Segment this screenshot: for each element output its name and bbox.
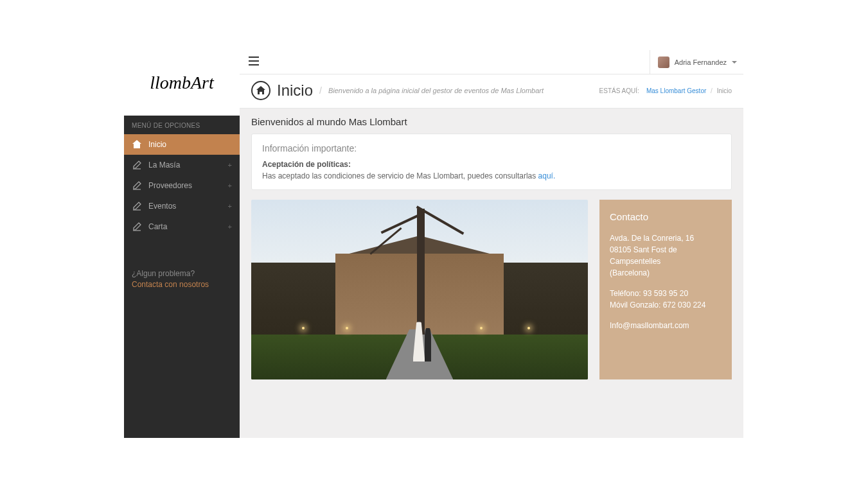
contact-mobile: Móvil Gonzalo: 672 030 224 (610, 299, 722, 311)
contact-panel: Contacto Avda. De la Conreria, 16 08105 … (599, 200, 732, 379)
sidebar-item-inicio[interactable]: Inicio (124, 134, 240, 155)
breadcrumb-separator: / (711, 87, 713, 94)
expand-icon: + (228, 202, 232, 210)
page-header: Inicio / Bienvenido a la página inicial … (240, 74, 743, 109)
edit-icon (132, 222, 142, 232)
user-menu[interactable]: Adria Fernandez (650, 50, 737, 74)
edit-icon (132, 201, 142, 211)
content: Bienvenidos al mundo Mas Llombart Inform… (240, 109, 743, 387)
svg-rect-1 (249, 60, 259, 62)
contact-title: Contacto (610, 211, 722, 222)
edit-icon (132, 180, 142, 191)
contact-address: Avda. De la Conreria, 16 08105 Sant Fost… (610, 232, 722, 279)
expand-icon: + (228, 161, 232, 169)
sidebar-item-eventos[interactable]: Eventos + (124, 196, 240, 216)
info-text-body: Has aceptado las condiciones de servicio… (262, 171, 538, 180)
page-title: Inicio (277, 82, 313, 100)
contact-phone: Teléfono: 93 593 95 20 (610, 288, 722, 299)
help-block: ¿Algun problema? Contacta con nosotros (124, 256, 240, 302)
breadcrumb-label: ESTÁS AQUÍ: (599, 87, 639, 94)
help-question: ¿Algun problema? (132, 269, 232, 278)
sidebar-toggle-button[interactable] (246, 54, 261, 71)
edit-icon (132, 160, 142, 170)
help-contact-link[interactable]: Contacta con nosotros (132, 280, 232, 289)
expand-icon: + (228, 223, 232, 231)
chevron-down-icon (732, 61, 737, 64)
main-area: Adria Fernandez Inicio / Bienvenido a la… (240, 50, 743, 438)
breadcrumb-current: Inicio (717, 87, 732, 94)
info-panel-text: Has aceptado las condiciones de servicio… (262, 171, 721, 180)
sidebar-item-proveedores[interactable]: Proveedores + (124, 175, 240, 196)
two-column-row: Contacto Avda. De la Conreria, 16 08105 … (251, 200, 732, 379)
hero-column (251, 200, 588, 379)
sidebar: llombArt MENÚ DE OPCIONES Inicio La Masí… (124, 50, 240, 438)
sidebar-item-label: Proveedores (148, 181, 192, 190)
info-terms-link[interactable]: aquí. (538, 171, 556, 180)
page-subtitle: Bienvenido a la página inicial del gesto… (328, 87, 544, 94)
expand-icon: + (228, 182, 232, 189)
home-icon (132, 139, 142, 150)
sidebar-item-label: La Masía (148, 161, 180, 170)
contact-address-line1: Avda. De la Conreria, 16 (610, 232, 722, 244)
app-container: llombArt MENÚ DE OPCIONES Inicio La Masí… (124, 50, 743, 438)
breadcrumb: ESTÁS AQUÍ: Mas Llombart Gestor / Inicio (599, 87, 732, 94)
menu-section-title: MENÚ DE OPCIONES (124, 116, 240, 134)
welcome-title: Bienvenidos al mundo Mas Llombart (251, 116, 732, 127)
svg-rect-0 (249, 57, 259, 58)
separator: / (319, 85, 322, 96)
sidebar-item-label: Eventos (148, 202, 176, 211)
page-title-group: Inicio / Bienvenido a la página inicial … (251, 81, 544, 100)
contact-email[interactable]: Info@masllombart.com (610, 320, 722, 331)
user-name: Adria Fernandez (675, 58, 727, 66)
contact-email-block: Info@masllombart.com (610, 320, 722, 331)
sidebar-item-masia[interactable]: La Masía + (124, 155, 240, 175)
sidebar-item-carta[interactable]: Carta + (124, 216, 240, 237)
logo-text: llombArt (150, 73, 214, 93)
sidebar-item-label: Inicio (148, 140, 166, 149)
info-panel-subtitle: Aceptación de políticas: (262, 160, 721, 169)
home-circle-icon (251, 81, 270, 100)
contact-phones: Teléfono: 93 593 95 20 Móvil Gonzalo: 67… (610, 288, 722, 311)
contact-address-line2: 08105 Sant Fost de Campsentelles (610, 244, 722, 267)
sidebar-item-label: Carta (148, 222, 167, 231)
contact-address-line3: (Barcelona) (610, 267, 722, 279)
info-panel-title: Información importante: (262, 143, 721, 153)
info-panel: Información importante: Aceptación de po… (251, 134, 732, 190)
sidebar-logo[interactable]: llombArt (124, 50, 240, 116)
topbar: Adria Fernandez (240, 50, 743, 74)
avatar (658, 57, 669, 68)
breadcrumb-link[interactable]: Mas Llombart Gestor (646, 87, 706, 94)
svg-rect-2 (249, 64, 259, 65)
hero-image (251, 200, 588, 379)
